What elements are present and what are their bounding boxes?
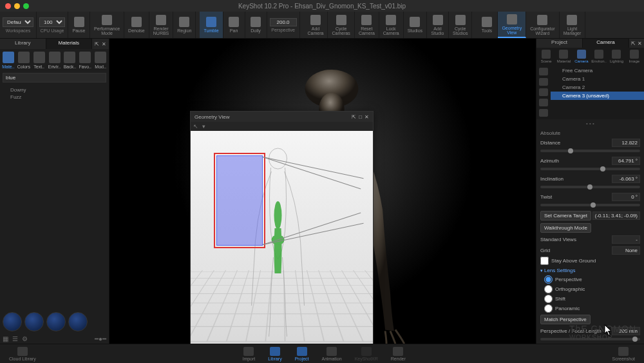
material-thumb[interactable] xyxy=(46,312,66,331)
pan-button[interactable]: Pan xyxy=(223,12,245,38)
close-icon[interactable] xyxy=(5,3,11,9)
add-camera-button[interactable]: Add Camera xyxy=(304,12,328,38)
tools-button[interactable]: Tools xyxy=(476,12,498,38)
geometry-view-button[interactable]: Geometry View xyxy=(498,12,526,38)
slider-icon[interactable]: ━●━ xyxy=(95,335,106,342)
subtab-materials[interactable]: Mate.. xyxy=(1,52,15,69)
twist-slider[interactable] xyxy=(540,204,640,206)
reset-camera-button[interactable]: Reset Camera xyxy=(355,12,379,38)
subtab-material[interactable]: Material xyxy=(555,50,572,63)
chevron-down-icon[interactable]: ▾ xyxy=(202,123,205,130)
focal-length-slider[interactable] xyxy=(540,338,640,340)
twist-input[interactable]: 0 ° xyxy=(612,193,640,201)
distance-slider[interactable] xyxy=(540,150,640,152)
lock-camera-button[interactable]: Lock Camera xyxy=(379,12,404,38)
subtab-models[interactable]: Mod.. xyxy=(93,52,108,69)
drag-handle-icon[interactable]: • • • xyxy=(536,119,644,128)
subtab-lighting[interactable]: Lighting xyxy=(608,50,625,63)
animation-button[interactable]: Animation xyxy=(317,347,345,361)
tab-camera[interactable]: Camera xyxy=(583,39,629,48)
walkthrough-mode-button[interactable]: Walkthrough Mode xyxy=(540,223,591,233)
cloud-library-button[interactable]: Cloud Library xyxy=(5,347,40,361)
maximize-icon[interactable]: □ xyxy=(359,114,362,120)
minimize-icon[interactable] xyxy=(14,3,20,9)
search-input[interactable] xyxy=(3,73,106,83)
dolly-button[interactable]: Dolly xyxy=(245,12,267,38)
close-icon[interactable]: ✕ xyxy=(365,114,369,120)
camera-item-selected[interactable]: Camera 3 (unsaved) xyxy=(551,92,644,100)
pause-button[interactable]: Pause xyxy=(68,12,90,38)
add-icon[interactable] xyxy=(539,68,548,75)
tumble-button[interactable]: Tumble xyxy=(200,12,223,38)
grid-icon[interactable]: ▦ xyxy=(3,335,8,342)
subtab-environments[interactable]: Envir.. xyxy=(48,52,62,69)
match-perspective-button[interactable]: Match Perspective xyxy=(540,315,591,324)
inclination-slider[interactable] xyxy=(540,186,640,188)
list-icon[interactable]: ☰ xyxy=(12,335,18,342)
render-button[interactable]: Render xyxy=(387,347,410,361)
cycle-studios-button[interactable]: Cycle Studios xyxy=(449,12,472,38)
keyshotxr-button[interactable]: KeyShotXR xyxy=(351,347,382,361)
tree-item[interactable]: Downy xyxy=(3,86,106,93)
projection-orthographic-radio[interactable]: Orthographic xyxy=(540,284,640,294)
focal-input[interactable] xyxy=(270,18,297,26)
delete-icon[interactable] xyxy=(539,109,548,117)
screenshot-button[interactable]: Screenshot xyxy=(609,347,639,361)
undock-icon[interactable]: ⇱ xyxy=(352,114,356,120)
geometry-view-canvas[interactable] xyxy=(191,131,373,344)
standard-views-select[interactable]: - xyxy=(612,235,640,244)
tree-item[interactable]: Fuzz xyxy=(3,93,106,101)
light-manager-button[interactable]: Light Manager xyxy=(560,12,586,38)
performance-mode-button[interactable]: Performance Mode xyxy=(90,12,124,38)
geometry-view-panel[interactable]: Geometry View ⇱ □ ✕ ↖ ▾ xyxy=(190,111,374,344)
subtab-colors[interactable]: Colors xyxy=(17,52,31,69)
camera-item[interactable]: Camera 2 xyxy=(551,83,644,92)
reset-icon[interactable] xyxy=(539,99,548,106)
window-traffic-lights[interactable] xyxy=(5,3,29,9)
subtab-textures[interactable]: Text.. xyxy=(32,52,46,69)
subtab-favorites[interactable]: Favo.. xyxy=(78,52,92,69)
project-button[interactable]: Project xyxy=(291,347,313,361)
subtab-backplates[interactable]: Back.. xyxy=(62,52,77,69)
distance-input[interactable]: 12.822 xyxy=(612,139,640,147)
inclination-input[interactable]: -6.063 ° xyxy=(612,175,640,183)
import-button[interactable]: Import xyxy=(238,347,259,361)
subtab-camera[interactable]: Camera xyxy=(573,50,590,63)
add-studio-button[interactable]: Add Studio xyxy=(427,12,449,38)
lock-icon[interactable] xyxy=(539,78,548,86)
region-button[interactable]: Region xyxy=(173,12,196,38)
tab-materials[interactable]: Materials xyxy=(46,39,93,49)
projection-perspective-radio[interactable]: Perspective xyxy=(540,275,640,284)
tab-project[interactable]: Project xyxy=(536,39,583,48)
cpu-usage-select[interactable]: 100 % xyxy=(39,17,65,27)
material-thumb[interactable] xyxy=(68,312,88,331)
subtab-scene[interactable]: Scene xyxy=(538,50,554,63)
material-tree[interactable]: Downy Fuzz xyxy=(0,84,109,103)
workspace-select[interactable]: Default xyxy=(3,17,33,27)
subtab-image[interactable]: Image xyxy=(626,50,643,63)
undock-icon[interactable]: ⇱ xyxy=(95,41,99,47)
geometry-view-titlebar[interactable]: Geometry View ⇱ □ ✕ xyxy=(191,112,373,122)
stay-above-ground-checkbox[interactable]: Stay Above Ground xyxy=(540,256,640,266)
material-thumb[interactable] xyxy=(24,312,44,331)
azimuth-slider[interactable] xyxy=(540,168,640,170)
projection-shift-radio[interactable]: Shift xyxy=(540,294,640,304)
camera-item[interactable]: Free Camera xyxy=(551,66,644,75)
undock-icon[interactable]: ⇱ xyxy=(631,41,636,46)
set-camera-target-button[interactable]: Set Camera Target xyxy=(540,211,591,221)
library-button[interactable]: Library xyxy=(264,347,285,361)
focal-length-input[interactable]: 200 mm xyxy=(612,327,640,335)
cycle-cameras-button[interactable]: Cycle Cameras xyxy=(328,12,354,38)
save-icon[interactable] xyxy=(539,88,548,96)
render-nurbs-button[interactable]: Render NURBS xyxy=(149,12,174,38)
maximize-icon[interactable] xyxy=(23,3,29,9)
denoise-button[interactable]: Denoise xyxy=(124,12,149,38)
projection-panoramic-radio[interactable]: Panoramic xyxy=(540,304,640,313)
select-tool-icon[interactable]: ↖ xyxy=(193,123,198,130)
viewport[interactable]: Geometry View ⇱ □ ✕ ↖ ▾ xyxy=(109,39,536,344)
subtab-environment[interactable]: Environ.. xyxy=(591,50,607,63)
studios-button[interactable]: Studios xyxy=(404,12,427,38)
grid-select[interactable]: None xyxy=(612,246,640,255)
gear-icon[interactable]: ⚙ xyxy=(22,335,28,342)
close-icon[interactable]: ✕ xyxy=(638,41,642,46)
